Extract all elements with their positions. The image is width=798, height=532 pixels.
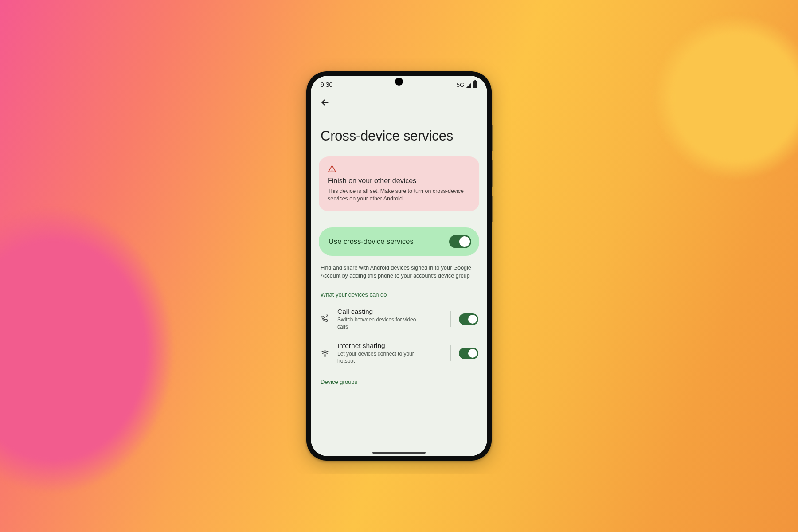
status-right: 5G ◢ xyxy=(457,81,477,88)
call-casting-icon xyxy=(320,314,330,324)
back-button[interactable] xyxy=(318,95,332,110)
alert-title: Finish on your other devices xyxy=(328,177,470,185)
alert-body: This device is all set. Make sure to tur… xyxy=(328,188,470,203)
internet-sharing-title: Internet sharing xyxy=(337,342,443,350)
home-indicator[interactable] xyxy=(372,452,426,454)
feature-row-call-casting[interactable]: Call casting Switch between devices for … xyxy=(319,304,479,332)
internet-sharing-sub: Let your devices connect to your hotspot xyxy=(337,351,426,364)
call-casting-switch[interactable] xyxy=(459,313,478,325)
page-title: Cross-device services xyxy=(319,112,479,150)
content-area: Cross-device services Finish on your oth… xyxy=(311,112,487,456)
app-bar xyxy=(311,94,487,112)
device-groups-label[interactable]: Device groups xyxy=(319,372,479,385)
feature-row-internet-sharing[interactable]: Internet sharing Let your devices connec… xyxy=(319,338,479,366)
main-toggle-row[interactable]: Use cross-device services xyxy=(319,227,479,256)
image-plate: 9:30 5G ◢ Cross-device services Finish o… xyxy=(86,58,712,474)
internet-sharing-switch[interactable] xyxy=(459,348,478,359)
arrow-left-icon xyxy=(321,98,329,107)
main-toggle-label: Use cross-device services xyxy=(329,237,414,246)
wifi-icon xyxy=(320,348,330,358)
warning-icon xyxy=(328,164,336,173)
svg-point-4 xyxy=(325,356,325,356)
front-camera xyxy=(395,78,403,86)
status-time: 9:30 xyxy=(321,81,332,88)
main-toggle-switch[interactable] xyxy=(449,235,471,248)
call-casting-sub: Switch between devices for video calls xyxy=(337,317,426,330)
phone-screen: 9:30 5G ◢ Cross-device services Finish o… xyxy=(311,76,487,456)
svg-point-2 xyxy=(332,171,332,171)
battery-icon xyxy=(473,81,477,88)
network-label: 5G xyxy=(457,82,464,88)
section-label: What your devices can do xyxy=(319,286,479,298)
svg-line-3 xyxy=(326,315,328,317)
phone-frame: 9:30 5G ◢ Cross-device services Finish o… xyxy=(306,71,492,461)
description-text: Find and share with Android devices sign… xyxy=(319,262,479,280)
signal-icon: ◢ xyxy=(466,82,471,88)
divider xyxy=(450,311,451,327)
alert-card[interactable]: Finish on your other devices This device… xyxy=(319,156,479,211)
divider xyxy=(450,345,451,361)
call-casting-title: Call casting xyxy=(337,308,443,316)
